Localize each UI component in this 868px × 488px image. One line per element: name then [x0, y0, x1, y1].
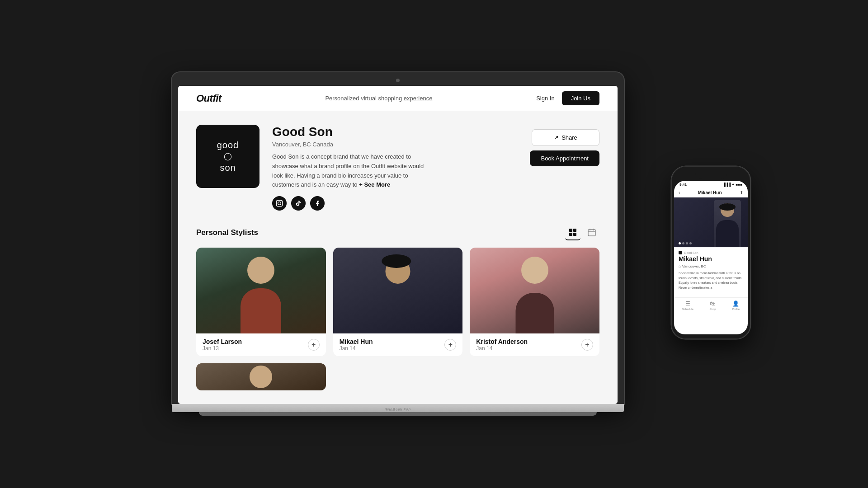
stylist-info-2: Mikael Hun Jan 14 — [340, 338, 373, 352]
brand-header: good ◯ son Good Son Vancouver, BC Canada… — [196, 125, 599, 211]
brand-location: Vancouver, BC Canada — [272, 141, 517, 148]
iphone-share-icon[interactable]: ⬆ — [740, 190, 743, 195]
share-button[interactable]: ↗ Share — [532, 129, 599, 146]
calendar-view-button[interactable] — [584, 225, 599, 240]
iphone-notch — [695, 171, 727, 179]
iphone-tab-profile[interactable]: 👤 Profile — [732, 300, 740, 310]
stylist-image-3 — [470, 248, 599, 333]
macbook-foot — [199, 412, 597, 416]
profile-icon: 👤 — [732, 300, 739, 307]
scene: Outfit Personalized virtual shopping exp… — [0, 0, 868, 488]
book-appointment-button[interactable]: Book Appointment — [530, 150, 599, 166]
share-icon: ↗ — [554, 134, 559, 141]
svg-rect-5 — [569, 233, 572, 236]
instagram-icon[interactable] — [272, 196, 287, 211]
main-content: good ◯ son Good Son Vancouver, BC Canada… — [178, 111, 618, 404]
macbook-screen-wrapper: Outfit Personalized virtual shopping exp… — [172, 72, 624, 404]
signin-button[interactable]: Sign In — [536, 95, 554, 102]
iphone-brand-name: Good Son — [684, 251, 698, 254]
stylist-card-2: Mikael Hun Jan 14 + — [333, 248, 463, 356]
brand-social — [272, 196, 517, 211]
join-button[interactable]: Join Us — [562, 91, 599, 105]
grid-view-button[interactable] — [565, 225, 580, 240]
brand-name: Good Son — [272, 125, 517, 139]
partial-image-4 — [196, 363, 326, 390]
iphone-location: ⌂ Vancouver, BC — [679, 264, 743, 268]
view-controls — [565, 225, 599, 240]
iphone-tab-schedule[interactable]: ☰ Schedule — [682, 300, 693, 310]
iphone-stylist-name: Mikael Hun — [679, 255, 743, 263]
hero-body — [716, 220, 739, 247]
iphone-back-button[interactable]: ‹ — [679, 190, 680, 195]
navbar: Outfit Personalized virtual shopping exp… — [178, 86, 618, 111]
navbar-actions: Sign In Join Us — [536, 91, 599, 105]
dot-1 — [679, 242, 681, 244]
brand-mini-logo — [679, 251, 682, 254]
add-stylist-1-button[interactable]: + — [308, 339, 320, 351]
brand-description: Good Son is a concept brand that we have… — [272, 152, 435, 190]
add-stylist-2-button[interactable]: + — [444, 339, 456, 351]
svg-rect-4 — [573, 229, 576, 232]
share-label: Share — [561, 134, 577, 141]
macbook-camera — [396, 79, 400, 82]
stylist-card-footer-2: Mikael Hun Jan 14 + — [333, 333, 463, 356]
macbook: Outfit Personalized virtual shopping exp… — [172, 72, 624, 416]
brand-actions: ↗ Share Book Appointment — [530, 125, 599, 211]
svg-rect-7 — [588, 230, 595, 236]
macbook-screen: Outfit Personalized virtual shopping exp… — [178, 86, 618, 404]
stylist-name-1: Josef Larson — [203, 338, 242, 345]
iphone-nav-title: Mikael Hun — [698, 190, 722, 195]
stylist-image-2 — [333, 248, 463, 333]
stylist-date-2: Jan 14 — [340, 345, 373, 352]
partial-card-4 — [196, 363, 326, 390]
iphone-status-bar: 9:41 ▐▐▐ ✦ ■■■ — [674, 181, 748, 188]
iphone-shell: 9:41 ▐▐▐ ✦ ■■■ ‹ Mikael Hun ⬆ — [671, 166, 750, 339]
iphone: 9:41 ▐▐▐ ✦ ■■■ ‹ Mikael Hun ⬆ — [671, 166, 750, 339]
tiktok-icon[interactable] — [291, 196, 306, 211]
logo-circle-icon: ◯ — [217, 151, 239, 161]
stylist-date-1: Jan 13 — [203, 345, 242, 352]
iphone-tab-bar: ☰ Schedule 🛍 Shop 👤 Profile — [674, 297, 748, 312]
svg-rect-6 — [573, 233, 576, 236]
svg-point-2 — [281, 202, 281, 202]
stylist-card-footer-1: Josef Larson Jan 13 + — [196, 333, 326, 356]
navbar-tagline: Personalized virtual shopping experience — [325, 95, 432, 102]
macbook-label: MacBook Pro — [386, 408, 410, 411]
dot-3 — [686, 242, 688, 244]
see-more-link[interactable]: + See More — [359, 181, 390, 188]
brand-description-text: Good Son is a concept brand that we have… — [272, 153, 424, 188]
svg-rect-0 — [276, 200, 282, 206]
iphone-hero — [674, 197, 748, 247]
tagline-link: experience — [404, 95, 433, 102]
schedule-icon: ☰ — [685, 300, 690, 307]
location-icon: ⌂ — [679, 264, 681, 268]
facebook-icon[interactable] — [310, 196, 325, 211]
brand-logo-box: good ◯ son — [196, 125, 259, 188]
stylist-image-1 — [196, 248, 326, 333]
logo-son: son — [217, 161, 239, 174]
stylist-cards: Josef Larson Jan 13 + — [196, 248, 599, 356]
logo-good: good — [217, 139, 239, 151]
svg-point-1 — [278, 202, 281, 205]
iphone-tab-shop[interactable]: 🛍 Shop — [709, 300, 716, 310]
iphone-content: Good Son Mikael Hun ⌂ Vancouver, BC Spec… — [674, 247, 748, 297]
brand-logo-text: good ◯ son — [217, 139, 239, 174]
stylist-date-3: Jan 14 — [476, 345, 528, 352]
stylist-name-3: Kristof Anderson — [476, 338, 528, 345]
stylist-info-3: Kristof Anderson Jan 14 — [476, 338, 528, 352]
app-logo: Outfit — [196, 92, 222, 104]
iphone-carousel-dots — [679, 242, 692, 244]
dot-2 — [682, 242, 684, 244]
iphone-nav: ‹ Mikael Hun ⬆ — [674, 188, 748, 197]
shop-icon: 🛍 — [710, 300, 715, 307]
stylists-title: Personal Stylists — [196, 228, 258, 237]
iphone-time: 9:41 — [679, 183, 687, 187]
hero-hat — [719, 203, 736, 211]
dot-4 — [689, 242, 692, 244]
profile-label: Profile — [732, 308, 740, 310]
hero-figure — [714, 200, 741, 247]
schedule-label: Schedule — [682, 308, 693, 310]
partial-row — [196, 363, 599, 390]
add-stylist-3-button[interactable]: + — [581, 339, 593, 351]
stylists-section: Personal Stylists — [196, 225, 599, 390]
